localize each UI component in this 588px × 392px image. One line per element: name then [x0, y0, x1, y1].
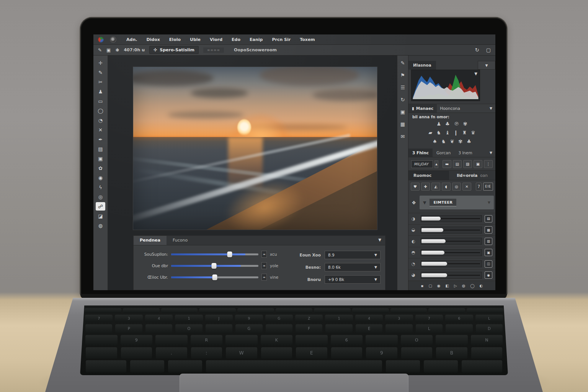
dot-icon[interactable]: ▪	[421, 284, 424, 288]
cluster-icon[interactable]: ✾	[458, 139, 462, 144]
tool-lasso[interactable]: ✎	[96, 68, 105, 77]
cluster-icon[interactable]: ♝	[445, 130, 450, 136]
menu-item[interactable]: Didox	[146, 37, 160, 42]
cluster-icon[interactable]: ♣	[467, 139, 471, 144]
histogram-dropdown-button[interactable]: ▼	[478, 61, 495, 70]
select-box[interactable]: +9 0 Bk▼	[325, 275, 381, 284]
count-badge[interactable]: 7	[476, 183, 482, 191]
eraser-icon[interactable]: ✎	[98, 47, 102, 53]
tool-stamp[interactable]: ♟	[96, 87, 105, 96]
layer-row[interactable]: ◑▤	[408, 213, 495, 224]
rows-icon[interactable]: ▤	[453, 160, 462, 168]
ghost-tab[interactable]: ≡≡≡≡	[203, 47, 224, 53]
slider-track[interactable]	[171, 276, 258, 278]
plus-icon[interactable]: ✚	[421, 183, 430, 191]
refresh-icon[interactable]: ↻	[475, 47, 479, 53]
tab-pendnea[interactable]: Pendnea	[134, 236, 167, 245]
tool-move[interactable]: ✛	[96, 59, 105, 67]
sunset-beach-photo[interactable]	[133, 67, 377, 230]
visibility-eye-icon[interactable]: ◑	[412, 216, 418, 221]
layer-thumbnail[interactable]: ▤	[485, 215, 492, 222]
cluster-icon[interactable]: ✾	[463, 121, 467, 127]
layer-thumbnail[interactable]: ▦	[485, 226, 492, 234]
preset-dropdown[interactable]: MILJDAY	[411, 160, 433, 168]
cluster-icon[interactable]: ▰	[428, 130, 432, 136]
play-icon[interactable]: ▷	[454, 284, 457, 288]
visibility-eye-icon[interactable]: ◕	[412, 273, 418, 278]
cluster-icon[interactable]: ♜	[462, 130, 467, 136]
swatch-icon[interactable]: ▣	[106, 47, 111, 53]
record-icon[interactable]	[110, 36, 116, 43]
slider-handle[interactable]	[227, 252, 232, 257]
adjust-icon[interactable]: ◍	[462, 284, 466, 288]
half2-icon[interactable]: ◐	[480, 284, 483, 288]
slider-step-button[interactable]: ≡	[261, 274, 267, 281]
cluster-icon[interactable]: ♞	[436, 130, 441, 136]
tool-cut[interactable]: ✂	[96, 78, 105, 86]
visibility-eye-icon[interactable]: ◐	[412, 239, 418, 244]
layer-opacity-slot[interactable]	[421, 272, 482, 279]
menu-item[interactable]: Eanip	[250, 37, 263, 42]
layer-opacity-slot[interactable]	[421, 227, 482, 234]
blend-mode-label[interactable]: Ruomoc	[408, 171, 449, 180]
tool-quick-select[interactable]: ◔	[96, 116, 105, 124]
pen-icon[interactable]: ✎	[401, 60, 405, 66]
layer-row[interactable]: ◓▣	[408, 247, 495, 258]
ring2-icon[interactable]: ◯	[470, 284, 474, 288]
flatten-icon[interactable]: ▬	[443, 160, 451, 168]
menu-item[interactable]: Adn.	[126, 37, 137, 42]
layer-row[interactable]: ◒▦	[408, 224, 495, 236]
visibility-eye-icon[interactable]: ◔	[412, 261, 418, 266]
layer-thumbnail[interactable]: ▥	[485, 238, 492, 245]
layer-opacity-slot[interactable]	[421, 249, 482, 256]
folder-icon[interactable]: ▢	[428, 284, 432, 288]
menu-item[interactable]: Uble	[190, 37, 201, 42]
chat-icon[interactable]: ✉	[401, 134, 405, 139]
tool-hand[interactable]: ☍	[96, 202, 105, 211]
cluster-icon[interactable]: ℗	[454, 121, 459, 127]
camera-icon[interactable]: ▣	[400, 109, 405, 115]
tab-fucono[interactable]: Fucono	[167, 236, 194, 245]
slider-handle[interactable]	[212, 274, 217, 280]
slider-track[interactable]	[171, 265, 258, 267]
bookmark-icon[interactable]: ⚑	[400, 72, 405, 78]
tool-notes[interactable]: ▤	[96, 145, 105, 153]
visibility-eye-icon[interactable]: ◓	[412, 250, 418, 255]
histogram[interactable]: ▼	[411, 70, 480, 101]
tool-crop[interactable]: ✕	[96, 126, 105, 134]
menu-item[interactable]: Elolo	[169, 37, 181, 42]
bars-icon[interactable]: ⋮	[484, 160, 493, 168]
tool-brush[interactable]: ◪	[96, 212, 105, 220]
layer-opacity-slot[interactable]	[421, 238, 482, 245]
square-icon[interactable]: ▣	[474, 160, 482, 168]
chevron-down-icon[interactable]: ▼	[374, 236, 385, 245]
cluster-icon[interactable]: ♠	[433, 139, 437, 144]
select-box[interactable]: 8.0 6k▼	[325, 263, 381, 271]
tool-ellipse[interactable]: ◯	[96, 106, 105, 115]
sync-icon[interactable]: ↻	[401, 97, 405, 103]
chevron-up-button[interactable]: ▲	[434, 160, 438, 168]
tool-zoom[interactable]: ◍	[96, 221, 105, 230]
slider-handle[interactable]	[211, 263, 216, 269]
menu-item[interactable]: Prcn Sir	[272, 37, 291, 42]
tool-pen[interactable]: ✒	[96, 135, 105, 144]
tool-dodge[interactable]: ◎	[96, 193, 105, 201]
cluster-icon[interactable]: ♛	[471, 130, 475, 136]
half-icon[interactable]: ◖	[442, 183, 451, 191]
cluster-icon[interactable]: ♣	[445, 121, 450, 127]
tool-marquee[interactable]: ▭	[96, 97, 105, 105]
heart-icon[interactable]: ♥	[411, 183, 420, 191]
cluster-icon[interactable]: ♞	[441, 139, 446, 144]
manager-dropdown[interactable]: Hooncona ▼	[437, 104, 495, 113]
app-logo-icon[interactable]	[98, 37, 104, 42]
menu-item[interactable]: Toxem	[300, 37, 315, 42]
cluster-icon[interactable]: ♟	[436, 121, 441, 127]
menu-item[interactable]: Viord	[210, 37, 222, 42]
layer-row[interactable]: ◐▥	[408, 235, 495, 247]
layer-opacity-slot[interactable]	[421, 260, 482, 267]
cluster-icon[interactable]: ❦	[450, 139, 454, 144]
grid-icon[interactable]: ▦	[400, 121, 405, 127]
active-layer-row[interactable]: ❖ ▼ EIMTEER ▼	[408, 193, 495, 213]
layer-opacity-slot[interactable]	[421, 215, 482, 222]
tab-3-lnem[interactable]: 3 lnem	[454, 149, 476, 157]
